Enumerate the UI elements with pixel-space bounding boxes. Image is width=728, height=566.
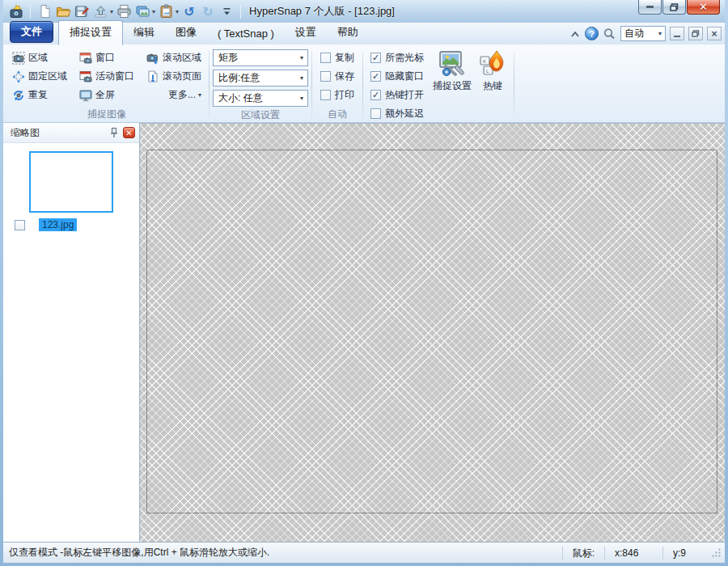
active-window-icon [79, 70, 92, 83]
child-restore-button[interactable] [688, 27, 703, 40]
toolbar-separator [30, 5, 31, 19]
capture-settings-button[interactable]: 捕捉设置 [430, 47, 475, 107]
print-icon[interactable] [116, 2, 132, 20]
group-label-auto: 自动 [315, 108, 359, 122]
checkbox-icon [320, 53, 331, 63]
repeat-icon [12, 89, 25, 102]
chevron-down-icon: ▾ [300, 54, 303, 61]
help-icon[interactable]: ? [585, 27, 599, 40]
include-cursor-checkbox[interactable]: 所需光标 [370, 49, 424, 67]
flash-burst [13, 5, 21, 10]
pin-icon[interactable] [109, 127, 119, 138]
thumbnail-panel: 缩略图 ✕ 123.jpg [3, 123, 140, 542]
group-capture-image: 区域 固定区域 重复 窗口 [6, 47, 207, 122]
auto-print-checkbox[interactable]: 打印 [320, 86, 354, 104]
window-capture-dropdown-arrow[interactable]: ▾ [152, 8, 155, 15]
restore-icon [670, 3, 679, 11]
thumbnail-item[interactable]: 123.jpg [29, 151, 113, 231]
undo-icon[interactable]: ↺ [181, 2, 197, 20]
tab-image[interactable]: 图像 [165, 21, 207, 44]
tab-settings[interactable]: 设置 [285, 21, 327, 44]
magnifier-icon[interactable] [603, 27, 616, 40]
thumbnail-checkbox[interactable] [15, 220, 25, 230]
thumbnail-image[interactable] [29, 151, 113, 213]
image-canvas[interactable] [140, 123, 725, 542]
window-capture-icon[interactable] [134, 2, 150, 20]
title-bar: ▾ ▾ ▾ ↺ ↻ HyperSnap 7 个人版 - [123.jpg] [3, 0, 725, 23]
close-icon: ✕ [125, 129, 132, 137]
child-minimize-button[interactable] [670, 27, 684, 40]
group-region-settings: 矩形▾ 比例:任意▾ 大小: 任意▾ 区域设置 [211, 47, 310, 122]
tab-textsnap[interactable]: ( TextSnap ) [207, 23, 285, 44]
capture-window-button[interactable]: 窗口 [75, 49, 138, 67]
tab-edit[interactable]: 编辑 [123, 21, 165, 44]
mouse-label: 鼠标: [562, 547, 604, 560]
zoom-mode-select[interactable]: 自动 ▾ [620, 26, 666, 41]
window-icon [79, 52, 92, 65]
window-controls: ✕ [637, 0, 720, 15]
capture-dropdown-arrow[interactable]: ▾ [110, 8, 113, 15]
clipboard-icon[interactable] [158, 2, 174, 20]
open-folder-icon[interactable] [55, 2, 71, 20]
panel-close-button[interactable]: ✕ [123, 127, 135, 138]
redo-icon[interactable]: ↻ [200, 2, 216, 20]
save-icon[interactable] [74, 2, 90, 20]
capture-active-window-button[interactable]: 活动窗口 [75, 67, 138, 86]
capture-scroll-page-button[interactable]: 滚动页面 [142, 67, 205, 86]
minimize-icon [674, 36, 680, 37]
fullscreen-icon [79, 89, 92, 102]
capture-upload-icon[interactable] [92, 2, 108, 20]
collapse-ribbon-icon[interactable] [569, 30, 581, 38]
ribbon: 区域 固定区域 重复 窗口 [3, 44, 725, 123]
child-close-button[interactable]: × [707, 27, 722, 40]
window-title: HyperSnap 7 个人版 - [123.jpg] [249, 4, 395, 19]
fixed-region-arrows-icon [12, 70, 25, 83]
tab-capture-settings[interactable]: 捕捉设置 [58, 20, 123, 45]
capture-fixed-region-button[interactable]: 固定区域 [8, 67, 71, 86]
thumbnail-filename[interactable]: 123.jpg [39, 218, 77, 231]
hotkey-open-checkbox[interactable]: 热键打开 [370, 86, 424, 104]
capture-scroll-region-button[interactable]: 滚动区域 [142, 49, 205, 67]
tabrow-right-controls: ? 自动 ▾ × [569, 26, 722, 41]
minimize-button[interactable] [638, 0, 662, 15]
app-icon[interactable] [8, 2, 24, 20]
group-label-capture: 捕捉图像 [8, 108, 205, 122]
file-menu-button[interactable]: 文件 [10, 21, 53, 43]
group-label-region: 区域设置 [213, 109, 308, 122]
maximize-button[interactable] [662, 0, 686, 15]
capture-fullscreen-button[interactable]: 全屏 [75, 86, 138, 104]
clipboard-dropdown-arrow[interactable]: ▾ [176, 8, 179, 15]
ratio-select[interactable]: 比例:任意▾ [213, 70, 308, 87]
restore-icon [692, 30, 700, 37]
capture-more-button[interactable]: 更多... ▾ [142, 86, 205, 104]
auto-save-checkbox[interactable]: 保存 [320, 67, 354, 86]
size-select[interactable]: 大小: 任意▾ [213, 90, 308, 107]
toolbar-separator [240, 5, 241, 19]
qat-customize-icon[interactable] [218, 2, 235, 20]
hotkey-flame-icon: K L [479, 50, 506, 78]
close-icon: × [711, 29, 717, 39]
scroll-region-icon [146, 52, 159, 65]
opened-image[interactable] [147, 150, 717, 513]
extra-delay-checkbox[interactable]: 额外延迟 [370, 104, 424, 123]
app-window: ▾ ▾ ▾ ↺ ↻ HyperSnap 7 个人版 - [123.jpg] [0, 0, 728, 566]
scroll-page-icon [146, 70, 159, 83]
thumbnail-panel-title: 缩略图 [11, 126, 109, 140]
new-file-icon[interactable] [36, 2, 53, 20]
hotkey-button[interactable]: K L 热键 [475, 47, 510, 107]
auto-copy-checkbox[interactable]: 复制 [320, 49, 354, 67]
close-icon: ✕ [699, 1, 708, 13]
close-button[interactable]: ✕ [687, 0, 720, 15]
resize-grip[interactable] [711, 547, 722, 558]
hide-window-checkbox[interactable]: 隐藏窗口 [370, 67, 424, 86]
shape-select[interactable]: 矩形▾ [213, 49, 308, 66]
tab-help[interactable]: 帮助 [327, 21, 369, 44]
capture-region-button[interactable]: 区域 [8, 49, 71, 67]
mouse-y-value: y:9 [662, 547, 709, 560]
minimize-icon [646, 6, 654, 8]
zoom-mode-value: 自动 [624, 27, 644, 40]
capture-repeat-button[interactable]: 重复 [8, 86, 71, 104]
status-bar: 仅查看模式 -鼠标左键平移图像,用Ctrl + 鼠标滑轮放大或缩小. 鼠标: x… [3, 542, 725, 563]
checkbox-icon [320, 71, 331, 82]
chevron-down-icon: ▾ [300, 74, 303, 82]
